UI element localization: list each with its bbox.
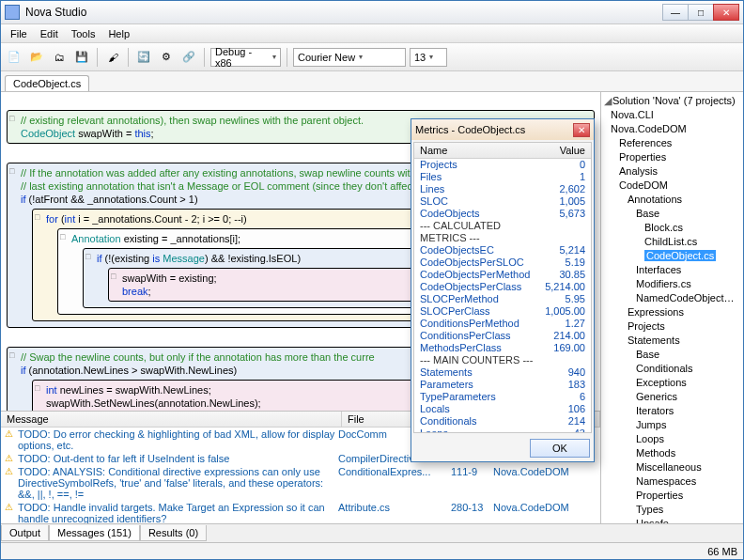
- metric-row: --- CALCULATED METRICS ---: [414, 220, 591, 244]
- metric-row: Statements940: [414, 366, 591, 379]
- gear-icon[interactable]: ⚙: [157, 48, 176, 67]
- tree-item[interactable]: Generics: [603, 390, 741, 404]
- tree-item[interactable]: Loops: [603, 432, 741, 446]
- dialog-close-button[interactable]: ✕: [573, 123, 590, 137]
- tree-item[interactable]: Expressions: [603, 305, 741, 319]
- metric-row: CodeObjects5,673: [414, 208, 591, 220]
- tree-item[interactable]: References: [603, 136, 741, 150]
- message-row[interactable]: ⚠TODO: Handle invalid targets. Make Targ…: [1, 501, 600, 523]
- metrics-dialog: Metrics - CodeObject.cs ✕ Name Value Pro…: [411, 118, 595, 462]
- menu-tools[interactable]: Tools: [66, 26, 101, 41]
- separator: [287, 48, 287, 67]
- metric-row: CodeObjectsPerMethod30.85: [414, 269, 591, 281]
- open-icon[interactable]: 📂: [27, 48, 46, 67]
- dialog-titlebar[interactable]: Metrics - CodeObject.cs ✕: [411, 119, 594, 140]
- metric-row: Loops43: [414, 428, 591, 433]
- tree-item[interactable]: Block.cs: [603, 221, 741, 235]
- tree-item[interactable]: Projects: [603, 319, 741, 334]
- app-icon: [5, 5, 20, 20]
- maximize-button[interactable]: □: [688, 4, 714, 21]
- metric-row: Projects0: [414, 159, 591, 171]
- tree-item[interactable]: Analysis: [603, 164, 741, 179]
- col-value[interactable]: Value: [540, 143, 591, 158]
- tree-item[interactable]: Nova.CLI: [603, 108, 741, 122]
- tree-item[interactable]: Annotations: [603, 193, 741, 207]
- col-name[interactable]: Name: [414, 143, 540, 158]
- tree-item[interactable]: Base: [603, 207, 741, 221]
- font-combo[interactable]: Courier New▾: [293, 48, 406, 67]
- titlebar: Nova Studio — □ ✕: [1, 1, 743, 24]
- folder-icon[interactable]: 🗂: [50, 48, 69, 67]
- tree-item[interactable]: Miscellaneous: [603, 460, 741, 474]
- tree-item[interactable]: NamedCodeObjectDictionary.cs: [603, 291, 741, 305]
- tree-item[interactable]: Methods: [603, 446, 741, 460]
- separator: [204, 48, 205, 67]
- tab-output[interactable]: Output: [1, 525, 49, 541]
- bottom-tabs: Output Messages (151) Results (0): [1, 523, 743, 542]
- tab-messages[interactable]: Messages (151): [49, 525, 140, 541]
- menu-help[interactable]: Help: [102, 26, 135, 41]
- metric-row: TypeParameters6: [414, 391, 591, 403]
- metric-row: --- MAIN COUNTERS ---: [414, 354, 591, 366]
- tree-item[interactable]: CodeObject.cs: [603, 249, 741, 263]
- menubar: File Edit Tools Help: [1, 24, 743, 43]
- tree-item[interactable]: Properties: [603, 150, 741, 164]
- tree-item[interactable]: Nova.CodeDOM: [603, 122, 741, 136]
- metric-row: SLOCPerMethod5.95: [414, 293, 591, 305]
- tree-item[interactable]: Conditionals: [603, 362, 741, 376]
- metric-row: Files1: [414, 171, 591, 183]
- metric-row: CodeObjectsPerClass5,214.00: [414, 281, 591, 293]
- metric-row: Locals106: [414, 403, 591, 415]
- message-row[interactable]: ⚠TODO: ANALYSIS: Conditional directive e…: [1, 465, 600, 501]
- minimize-button[interactable]: —: [662, 4, 689, 21]
- warning-icon: ⚠: [5, 453, 18, 463]
- new-icon[interactable]: 📄: [5, 48, 23, 67]
- metric-row: CodeObjectsEC5,214: [414, 244, 591, 257]
- memory-status: 66 MB: [707, 546, 737, 557]
- metric-row: ConditionsPerClass214.00: [414, 330, 591, 342]
- menu-edit[interactable]: Edit: [35, 26, 64, 41]
- tree-item[interactable]: ChildList.cs: [603, 235, 741, 249]
- brush-icon[interactable]: 🖌: [103, 48, 122, 67]
- save-icon[interactable]: 💾: [72, 48, 91, 67]
- metric-row: Parameters183: [414, 379, 591, 391]
- tree-item[interactable]: Properties: [603, 489, 741, 503]
- metric-row: SLOCPerClass1,005.00: [414, 305, 591, 318]
- warning-icon: ⚠: [5, 428, 18, 439]
- tree-item[interactable]: Interfaces: [603, 263, 741, 277]
- dialog-title: Metrics - CodeObject.cs: [415, 124, 573, 135]
- warning-icon: ⚠: [5, 502, 18, 512]
- solution-explorer[interactable]: ◢Solution 'Nova' (7 projects)Nova.CLINov…: [600, 92, 743, 523]
- tree-item[interactable]: Namespaces: [603, 474, 741, 489]
- separator: [97, 48, 98, 67]
- tree-item[interactable]: Statements: [603, 334, 741, 348]
- fontsize-combo[interactable]: 13▾: [410, 48, 447, 67]
- menu-file[interactable]: File: [5, 26, 33, 41]
- tree-item[interactable]: Base: [603, 348, 741, 362]
- tree-item[interactable]: Exceptions: [603, 376, 741, 390]
- toolbar: 📄 📂 🗂 💾 🖌 🔄 ⚙ 🔗 Debug - x86▾ Courier New…: [1, 43, 743, 71]
- tab-results[interactable]: Results (0): [140, 525, 207, 541]
- config-combo[interactable]: Debug - x86▾: [210, 48, 281, 67]
- statusbar: 66 MB: [1, 542, 743, 559]
- metric-row: Lines2,602: [414, 183, 591, 195]
- app-title: Nova Studio: [25, 6, 663, 19]
- metrics-grid: Name Value Projects0Files1Lines2,602SLOC…: [413, 142, 592, 433]
- tree-item[interactable]: Modifiers.cs: [603, 277, 741, 291]
- metric-row: SLOC1,005: [414, 195, 591, 208]
- tree-item[interactable]: Jumps: [603, 418, 741, 432]
- tree-item[interactable]: Types: [603, 503, 741, 517]
- metric-row: ConditionsPerMethod1.27: [414, 318, 591, 330]
- refresh-icon[interactable]: 🔄: [134, 48, 153, 67]
- tree-item[interactable]: Unsafe: [603, 517, 741, 523]
- tab-codeobject[interactable]: CodeObject.cs: [5, 75, 89, 91]
- link-icon[interactable]: 🔗: [179, 48, 198, 67]
- close-button[interactable]: ✕: [713, 4, 739, 21]
- document-tabs: CodeObject.cs: [1, 71, 743, 92]
- ok-button[interactable]: OK: [530, 439, 590, 458]
- col-message[interactable]: Message: [1, 412, 342, 427]
- tree-item[interactable]: CodeDOM: [603, 179, 741, 193]
- separator: [128, 48, 129, 67]
- tree-item[interactable]: Iterators: [603, 404, 741, 418]
- metric-row: CodeObjectsPerSLOC5.19: [414, 257, 591, 269]
